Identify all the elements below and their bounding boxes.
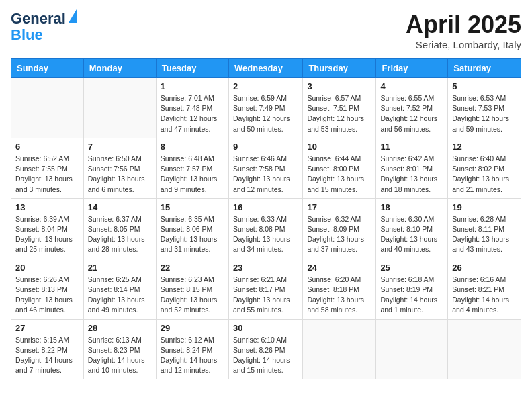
daylight-text: Daylight: 13 hours and 58 minutes. <box>307 295 364 314</box>
cell-content: Sunrise: 6:25 AMSunset: 8:14 PMDaylight:… <box>88 275 152 316</box>
cell-content: Sunrise: 6:42 AMSunset: 8:01 PMDaylight:… <box>380 154 443 195</box>
week-row-3: 13Sunrise: 6:39 AMSunset: 8:04 PMDayligh… <box>11 198 521 259</box>
weekday-header-monday: Monday <box>83 59 156 78</box>
sunrise-text: Sunrise: 6:55 AM <box>380 94 434 102</box>
daylight-text: Daylight: 13 hours and 9 minutes. <box>161 175 218 193</box>
sunrise-text: Sunrise: 6:26 AM <box>15 275 69 283</box>
day-number: 7 <box>88 142 152 152</box>
logo-text-blue: Blue <box>11 27 43 43</box>
sunset-text: Sunset: 7:55 PM <box>15 165 68 173</box>
cell-content: Sunrise: 6:18 AMSunset: 8:19 PMDaylight:… <box>380 275 443 316</box>
day-number: 28 <box>88 323 152 333</box>
sunrise-text: Sunrise: 7:01 AM <box>161 94 214 102</box>
calendar-cell: 24Sunrise: 6:20 AMSunset: 8:18 PMDayligh… <box>303 259 376 319</box>
sunset-text: Sunset: 8:22 PM <box>15 346 68 354</box>
cell-content: Sunrise: 6:52 AMSunset: 7:55 PMDaylight:… <box>15 154 79 195</box>
sunset-text: Sunset: 8:04 PM <box>15 225 68 233</box>
sunset-text: Sunset: 8:08 PM <box>233 225 285 233</box>
week-row-4: 20Sunrise: 6:26 AMSunset: 8:13 PMDayligh… <box>11 259 521 319</box>
sunset-text: Sunset: 7:52 PM <box>380 104 433 112</box>
cell-content: Sunrise: 6:16 AMSunset: 8:21 PMDaylight:… <box>452 275 517 316</box>
cell-content: Sunrise: 7:01 AMSunset: 7:48 PMDaylight:… <box>161 93 224 134</box>
day-number: 30 <box>233 323 298 333</box>
sunrise-text: Sunrise: 6:52 AM <box>15 154 69 163</box>
daylight-text: Daylight: 14 hours and 7 minutes. <box>15 356 73 374</box>
sunrise-text: Sunrise: 6:18 AM <box>380 275 434 283</box>
calendar-cell <box>376 319 448 379</box>
day-number: 16 <box>233 202 298 212</box>
calendar-cell: 12Sunrise: 6:40 AMSunset: 8:02 PMDayligh… <box>448 138 521 198</box>
day-number: 9 <box>233 142 298 152</box>
calendar-cell: 21Sunrise: 6:25 AMSunset: 8:14 PMDayligh… <box>83 259 156 319</box>
sunrise-text: Sunrise: 6:33 AM <box>233 215 287 223</box>
sunset-text: Sunset: 8:14 PM <box>88 285 140 293</box>
sunrise-text: Sunrise: 6:42 AM <box>380 154 434 163</box>
sunset-text: Sunset: 8:00 PM <box>307 165 359 173</box>
daylight-text: Daylight: 14 hours and 10 minutes. <box>88 356 145 374</box>
daylight-text: Daylight: 13 hours and 43 minutes. <box>452 235 509 253</box>
daylight-text: Daylight: 13 hours and 37 minutes. <box>307 235 364 253</box>
sunrise-text: Sunrise: 6:25 AM <box>88 275 142 283</box>
calendar-cell: 15Sunrise: 6:35 AMSunset: 8:06 PMDayligh… <box>156 198 228 259</box>
cell-content: Sunrise: 6:15 AMSunset: 8:22 PMDaylight:… <box>15 335 79 376</box>
sunrise-text: Sunrise: 6:57 AM <box>307 94 361 102</box>
calendar-cell: 18Sunrise: 6:30 AMSunset: 8:10 PMDayligh… <box>376 198 448 259</box>
daylight-text: Daylight: 13 hours and 6 minutes. <box>88 175 145 193</box>
daylight-text: Daylight: 13 hours and 15 minutes. <box>307 175 364 193</box>
daylight-text: Daylight: 13 hours and 49 minutes. <box>88 295 145 314</box>
month-title: April 2025 <box>406 11 521 39</box>
calendar-cell: 16Sunrise: 6:33 AMSunset: 8:08 PMDayligh… <box>228 198 302 259</box>
calendar-cell: 10Sunrise: 6:44 AMSunset: 8:00 PMDayligh… <box>303 138 376 198</box>
calendar-cell: 20Sunrise: 6:26 AMSunset: 8:13 PMDayligh… <box>11 259 84 319</box>
daylight-text: Daylight: 13 hours and 3 minutes. <box>15 175 73 193</box>
calendar-cell: 7Sunrise: 6:50 AMSunset: 7:56 PMDaylight… <box>83 138 156 198</box>
calendar-cell <box>448 319 521 379</box>
sunset-text: Sunset: 7:49 PM <box>233 104 285 112</box>
sunrise-text: Sunrise: 6:32 AM <box>307 215 361 223</box>
day-number: 6 <box>15 142 79 152</box>
daylight-text: Daylight: 13 hours and 34 minutes. <box>233 235 290 253</box>
calendar-cell: 30Sunrise: 6:10 AMSunset: 8:26 PMDayligh… <box>228 319 302 379</box>
cell-content: Sunrise: 6:20 AMSunset: 8:18 PMDaylight:… <box>307 275 371 316</box>
cell-content: Sunrise: 6:39 AMSunset: 8:04 PMDaylight:… <box>15 214 79 255</box>
cell-content: Sunrise: 6:44 AMSunset: 8:00 PMDaylight:… <box>307 154 371 195</box>
calendar-table: SundayMondayTuesdayWednesdayThursdayFrid… <box>11 58 521 379</box>
cell-content: Sunrise: 6:46 AMSunset: 7:58 PMDaylight:… <box>233 154 298 195</box>
sunrise-text: Sunrise: 6:13 AM <box>88 336 142 344</box>
sunset-text: Sunset: 8:19 PM <box>380 285 433 293</box>
calendar-cell <box>83 78 156 138</box>
daylight-text: Daylight: 13 hours and 12 minutes. <box>233 175 290 193</box>
cell-content: Sunrise: 6:48 AMSunset: 7:57 PMDaylight:… <box>161 154 224 195</box>
calendar-cell: 3Sunrise: 6:57 AMSunset: 7:51 PMDaylight… <box>303 78 376 138</box>
week-row-1: 1Sunrise: 7:01 AMSunset: 7:48 PMDaylight… <box>11 78 521 138</box>
daylight-text: Daylight: 12 hours and 56 minutes. <box>380 114 437 132</box>
cell-content: Sunrise: 6:33 AMSunset: 8:08 PMDaylight:… <box>233 214 298 255</box>
sunrise-text: Sunrise: 6:44 AM <box>307 154 361 163</box>
calendar-cell: 25Sunrise: 6:18 AMSunset: 8:19 PMDayligh… <box>376 259 448 319</box>
sunrise-text: Sunrise: 6:16 AM <box>452 275 506 283</box>
sunrise-text: Sunrise: 6:39 AM <box>15 215 69 223</box>
daylight-text: Daylight: 13 hours and 18 minutes. <box>380 175 437 193</box>
cell-content: Sunrise: 6:40 AMSunset: 8:02 PMDaylight:… <box>452 154 517 195</box>
sunset-text: Sunset: 7:58 PM <box>233 165 285 173</box>
daylight-text: Daylight: 13 hours and 40 minutes. <box>380 235 437 253</box>
day-number: 23 <box>233 263 298 273</box>
cell-content: Sunrise: 6:59 AMSunset: 7:49 PMDaylight:… <box>233 93 298 134</box>
day-number: 5 <box>452 81 517 91</box>
day-number: 8 <box>161 142 224 152</box>
day-number: 27 <box>15 323 79 333</box>
weekday-header-tuesday: Tuesday <box>156 59 228 78</box>
calendar-cell: 26Sunrise: 6:16 AMSunset: 8:21 PMDayligh… <box>448 259 521 319</box>
sunrise-text: Sunrise: 6:40 AM <box>452 154 506 163</box>
day-number: 14 <box>88 202 152 212</box>
sunset-text: Sunset: 7:51 PM <box>307 104 359 112</box>
weekday-header-friday: Friday <box>376 59 448 78</box>
daylight-text: Daylight: 12 hours and 59 minutes. <box>452 114 509 132</box>
day-number: 1 <box>161 81 224 91</box>
calendar-cell: 13Sunrise: 6:39 AMSunset: 8:04 PMDayligh… <box>11 198 84 259</box>
weekday-header-row: SundayMondayTuesdayWednesdayThursdayFrid… <box>11 59 521 78</box>
cell-content: Sunrise: 6:55 AMSunset: 7:52 PMDaylight:… <box>380 93 443 134</box>
daylight-text: Daylight: 12 hours and 47 minutes. <box>161 114 218 132</box>
day-number: 17 <box>307 202 371 212</box>
sunset-text: Sunset: 8:18 PM <box>307 285 359 293</box>
